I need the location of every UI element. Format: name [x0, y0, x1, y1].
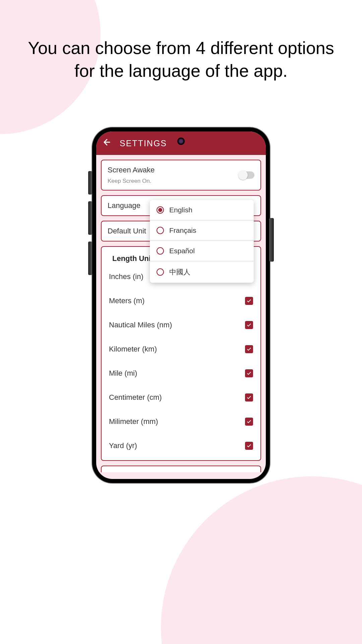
language-option-english[interactable]: English: [150, 200, 254, 220]
radio-icon: [157, 206, 164, 214]
unit-checkbox[interactable]: [245, 369, 253, 377]
phone-screen: SETTINGS Screen Awake Keep Screen On. La…: [96, 131, 266, 479]
language-option-chinese[interactable]: 中國人: [150, 261, 254, 283]
phone-button-right: [269, 218, 274, 262]
list-item: Meters (m): [109, 297, 253, 305]
screen-awake-toggle[interactable]: [239, 171, 254, 179]
language-option-label: Français: [169, 226, 196, 234]
next-card-peek: [101, 466, 261, 472]
language-dropdown: English Français Español 中國人: [150, 200, 254, 283]
unit-label: Centimeter (cm): [109, 393, 162, 402]
language-option-francais[interactable]: Français: [150, 220, 254, 241]
list-item: Nautical Miles (nm): [109, 321, 253, 329]
phone-button-left-1: [88, 171, 92, 195]
phone-frame: SETTINGS Screen Awake Keep Screen On. La…: [92, 127, 270, 483]
unit-label: Milimeter (mm): [109, 417, 158, 426]
unit-checkbox[interactable]: [245, 297, 253, 305]
decorative-blob-bottom: [161, 476, 362, 644]
unit-checkbox[interactable]: [245, 393, 253, 401]
unit-label: Nautical Miles (nm): [109, 321, 172, 329]
list-item: Mile (mi): [109, 369, 253, 378]
phone-button-left-2: [88, 201, 92, 235]
screen-awake-card: Screen Awake Keep Screen On.: [101, 160, 261, 191]
page-title: SETTINGS: [120, 139, 167, 148]
radio-icon: [157, 227, 164, 234]
unit-label: Meters (m): [109, 297, 144, 305]
screen-awake-subtitle: Keep Screen On.: [108, 178, 155, 184]
radio-icon: [157, 268, 164, 276]
unit-label: Kilometer (km): [109, 345, 157, 354]
unit-checkbox[interactable]: [245, 321, 253, 329]
unit-label: Inches (in): [109, 272, 143, 281]
unit-checkbox[interactable]: [245, 418, 253, 426]
language-option-label: 中國人: [169, 267, 190, 277]
phone-button-left-3: [88, 241, 92, 275]
list-item: Milimeter (mm): [109, 417, 253, 426]
unit-label: Yard (yr): [109, 441, 137, 450]
phone-camera: [177, 138, 185, 145]
language-option-espanol[interactable]: Español: [150, 241, 254, 261]
unit-checkbox[interactable]: [245, 345, 253, 353]
back-arrow-icon[interactable]: [102, 138, 112, 149]
language-option-label: English: [169, 206, 192, 214]
promo-headline: You can choose from 4 different options …: [0, 0, 362, 82]
list-item: Centimeter (cm): [109, 393, 253, 402]
radio-icon: [157, 247, 164, 255]
language-option-label: Español: [169, 247, 195, 255]
unit-label: Mile (mi): [109, 369, 137, 378]
list-item: Yard (yr): [109, 441, 253, 450]
list-item: Kilometer (km): [109, 345, 253, 354]
unit-checkbox[interactable]: [245, 442, 253, 450]
screen-awake-title: Screen Awake: [108, 166, 155, 174]
